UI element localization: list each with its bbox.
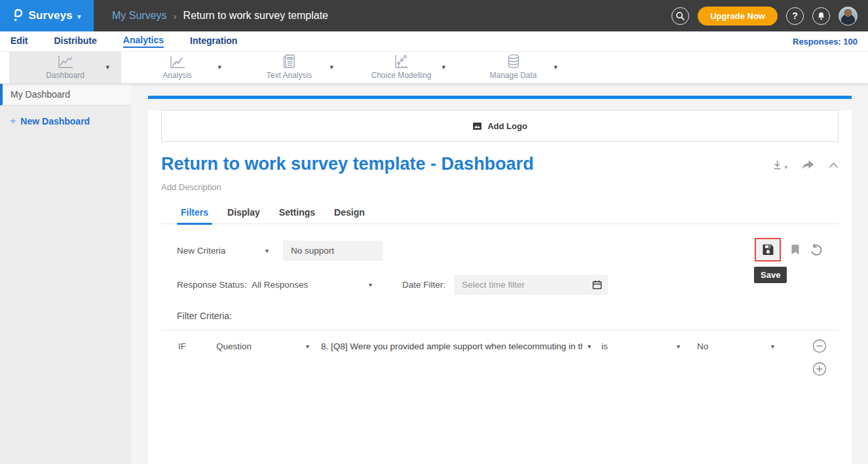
choice-modelling-icon (393, 52, 409, 69)
filter-actions: Save (755, 238, 823, 261)
chevron-down-icon: ▾ (77, 12, 81, 21)
response-status-value: All Responses (252, 280, 308, 290)
filter-rule-row: IF Question ▾ 8. [Q8] Were you provided … (161, 330, 839, 376)
criteria-label-input[interactable] (283, 241, 383, 261)
app-header: Surveys ▾ My Surveys › Return to work su… (0, 0, 868, 31)
analysis-chart-icon (168, 52, 186, 69)
criteria-name-dropdown[interactable]: New Criteria ▾ (177, 246, 269, 256)
rule-operator-dropdown[interactable]: is ▾ (601, 339, 680, 353)
sidebar-item-my-dashboard[interactable]: My Dashboard (0, 84, 131, 106)
rule-type-value: Question (216, 341, 252, 351)
rule-value: No (697, 341, 708, 351)
toolbar-item-analysis[interactable]: Analysis ▾ (121, 52, 233, 83)
database-icon (506, 52, 521, 69)
header-actions: Upgrade Now ? (671, 7, 868, 26)
bookmark-button[interactable] (791, 244, 800, 256)
dashboard-chart-icon (56, 52, 74, 69)
chevron-down-icon[interactable]: ▾ (105, 63, 109, 71)
chevron-down-icon: ▾ (771, 343, 774, 350)
tab-design[interactable]: Design (334, 207, 365, 223)
new-dashboard-button[interactable]: + New Dashboard (10, 115, 131, 127)
tab-filters[interactable]: Filters (181, 207, 208, 223)
toolbar-item-choice-modelling[interactable]: Choice Modelling ▾ (345, 52, 457, 83)
collapse-chevron-icon[interactable] (829, 162, 839, 168)
reset-button[interactable] (810, 244, 823, 256)
rule-add-remove-controls (812, 339, 827, 376)
nav-tab-distribute[interactable]: Distribute (54, 35, 96, 47)
add-rule-button[interactable] (812, 362, 827, 376)
tab-settings[interactable]: Settings (279, 207, 315, 223)
toolbar-item-manage-data[interactable]: Manage Data ▾ (457, 52, 569, 83)
chevron-down-icon[interactable]: ▾ (217, 63, 221, 71)
plus-icon: + (10, 115, 16, 127)
bell-icon (816, 10, 826, 21)
add-logo-label: Add Logo (487, 121, 527, 131)
download-button[interactable]: ▾ (772, 159, 787, 170)
responses-count[interactable]: Responses: 100 (793, 37, 858, 47)
share-icon[interactable] (801, 159, 815, 170)
date-filter-input[interactable] (454, 275, 608, 295)
chevron-down-icon: ▾ (306, 343, 309, 350)
rule-question-dropdown[interactable]: 8. [Q8] Were you provided ample support … (321, 339, 591, 353)
rule-if-label: IF (178, 339, 216, 353)
filter-criteria-heading: Filter Criteria: (161, 311, 839, 321)
nav-tab-integration[interactable]: Integration (190, 35, 237, 47)
dashboard-tabs: Filters Display Settings Design (161, 207, 839, 224)
criteria-name-value: New Criteria (177, 246, 225, 256)
toolbar-item-label: Text Analysis (267, 71, 312, 80)
add-description-field[interactable]: Add Description (161, 182, 839, 192)
image-icon (472, 122, 482, 130)
remove-rule-button[interactable] (812, 339, 827, 353)
chevron-down-icon[interactable]: ▾ (442, 63, 445, 71)
chevron-down-icon: ▾ (677, 343, 680, 350)
dashboard-title[interactable]: Return to work survey template - Dashboa… (161, 154, 534, 174)
chevron-down-icon[interactable]: ▾ (554, 63, 557, 71)
nav-tab-analytics[interactable]: Analytics (123, 35, 164, 48)
save-button[interactable]: Save (755, 238, 781, 261)
card-accent-bar (148, 96, 852, 99)
bookmark-icon (791, 244, 800, 256)
search-button[interactable] (671, 7, 689, 25)
date-filter-label: Date Filter: (402, 280, 445, 290)
rule-question-value: 8. [Q8] Were you provided ample support … (321, 341, 582, 351)
analytics-toolbar: Dashboard ▾ Analysis ▾ Text Analysis ▾ (0, 51, 868, 84)
question-mark-icon: ? (792, 10, 798, 21)
chevron-down-icon[interactable]: ▾ (330, 63, 333, 71)
sidebar-item-label: My Dashboard (10, 89, 70, 100)
product-name: Surveys (28, 9, 73, 22)
title-actions: ▾ (772, 154, 839, 170)
main-area: Add Logo Return to work survey template … (131, 84, 868, 464)
chevron-down-icon: ▾ (784, 164, 787, 170)
reset-refresh-icon (810, 244, 823, 256)
breadcrumb-separator-icon: › (174, 10, 177, 22)
chevron-down-icon: ▾ (369, 281, 372, 288)
response-status-label: Response Status: (177, 280, 252, 290)
dashboard-card: Add Logo Return to work survey template … (148, 96, 852, 464)
response-status-dropdown[interactable]: All Responses ▾ (252, 280, 372, 290)
add-logo-button[interactable]: Add Logo (161, 110, 839, 142)
help-button[interactable]: ? (786, 7, 804, 25)
tab-display[interactable]: Display (227, 207, 260, 223)
app-logo[interactable]: Surveys ▾ (0, 0, 94, 31)
survey-nav: Edit Distribute Analytics Integration Re… (0, 31, 868, 51)
notifications-button[interactable] (812, 7, 830, 25)
nav-tab-edit[interactable]: Edit (10, 35, 28, 47)
upgrade-now-button[interactable]: Upgrade Now (698, 7, 778, 26)
rule-type-dropdown[interactable]: Question ▾ (216, 339, 309, 353)
chevron-down-icon: ▾ (265, 247, 269, 254)
breadcrumb-parent-link[interactable]: My Surveys (112, 10, 167, 22)
text-analysis-icon (282, 52, 297, 69)
download-icon (772, 159, 783, 170)
new-dashboard-label: New Dashboard (20, 116, 90, 126)
search-icon (675, 11, 685, 21)
rule-operator-value: is (601, 341, 608, 351)
toolbar-item-label: Manage Data (489, 71, 537, 80)
toolbar-item-text-analysis[interactable]: Text Analysis ▾ (233, 52, 345, 83)
toolbar-item-dashboard[interactable]: Dashboard ▾ (9, 52, 121, 83)
rule-value-dropdown[interactable]: No ▾ (697, 339, 774, 353)
user-avatar[interactable] (839, 7, 858, 26)
calendar-icon[interactable] (592, 280, 602, 292)
breadcrumb-current: Return to work survey template (183, 10, 328, 22)
questionpro-logo-icon (12, 9, 24, 23)
chevron-down-icon: ▾ (588, 343, 591, 350)
